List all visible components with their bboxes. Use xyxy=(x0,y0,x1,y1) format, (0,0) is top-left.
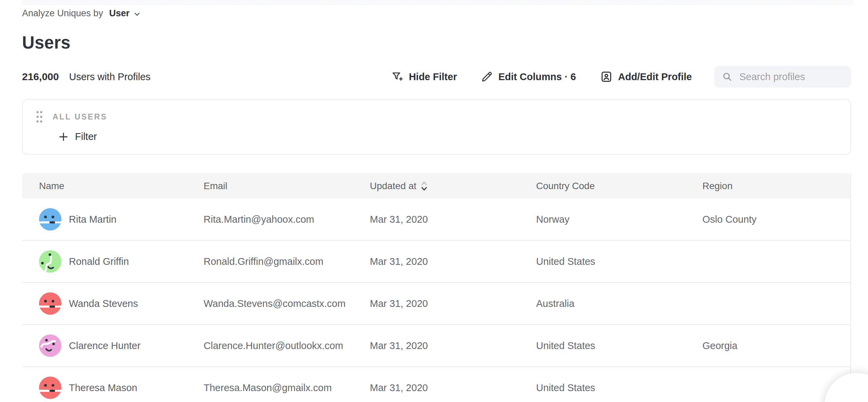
table-row[interactable]: Wanda Stevens Wanda.Stevens@comcastx.com… xyxy=(22,283,850,325)
filter-group-header: ALL USERS xyxy=(35,110,850,124)
updated-at-cell: Mar 31, 2020 xyxy=(370,340,536,351)
search-box xyxy=(714,66,851,88)
region-cell: Georgia xyxy=(702,340,850,351)
search-profiles-input[interactable] xyxy=(739,71,848,83)
country-code-cell: Australia xyxy=(536,298,702,309)
hide-filter-button[interactable]: Hide Filter xyxy=(391,71,457,83)
country-code-cell: United States xyxy=(536,382,702,394)
column-header-name[interactable]: Name xyxy=(39,181,204,191)
user-avatar xyxy=(39,250,61,273)
drag-handle-icon[interactable] xyxy=(35,110,44,124)
name-cell: Rita Martin xyxy=(39,208,204,231)
updated-at-cell: Mar 31, 2020 xyxy=(370,298,536,309)
user-avatar xyxy=(39,208,61,231)
table-row[interactable]: Rita Martin Rita.Martin@yahoox.com Mar 3… xyxy=(22,199,850,241)
sort-icon xyxy=(420,180,428,192)
updated-at-cell: Mar 31, 2020 xyxy=(370,382,536,394)
column-header-updated-at[interactable]: Updated at xyxy=(370,180,536,192)
profiles-count: 216,000 xyxy=(22,71,59,83)
country-code-cell: United States xyxy=(536,256,702,267)
user-avatar xyxy=(39,292,61,315)
profile-badge-icon xyxy=(600,70,613,83)
filter-plus-icon xyxy=(391,71,403,83)
name-cell: Wanda Stevens xyxy=(39,292,204,315)
main-content: Analyze Uniques by User Users 216,000 Us… xyxy=(22,0,851,402)
user-name: Ronald Griffin xyxy=(69,256,129,267)
email-cell: Ronald.Griffin@gmailx.com xyxy=(204,256,370,267)
email-cell: Wanda.Stevens@comcastx.com xyxy=(204,298,370,309)
email-cell: Rita.Martin@yahoox.com xyxy=(204,214,370,225)
user-name: Clarence Hunter xyxy=(69,340,140,351)
profiles-table: Name Email Updated at Country Code Regio… xyxy=(22,173,851,402)
search-icon xyxy=(722,71,733,82)
add-edit-profile-label: Add/Edit Profile xyxy=(618,71,692,83)
add-filter-label: Filter xyxy=(75,131,97,142)
region-cell: Oslo County xyxy=(702,214,850,225)
stats-toolbar-row: 216,000 Users with Profiles Hide Filter … xyxy=(22,65,851,89)
user-avatar xyxy=(39,377,61,399)
add-filter-button[interactable]: Filter xyxy=(58,131,97,142)
edit-columns-label: Edit Columns · 6 xyxy=(498,71,576,83)
table-body: Rita Martin Rita.Martin@yahoox.com Mar 3… xyxy=(22,199,850,402)
column-header-country-code[interactable]: Country Code xyxy=(536,181,702,191)
updated-at-cell: Mar 31, 2020 xyxy=(370,256,536,267)
analyze-by-dropdown[interactable]: User xyxy=(109,8,141,19)
user-name: Theresa Mason xyxy=(69,382,137,394)
name-cell: Ronald Griffin xyxy=(39,250,204,273)
table-row[interactable]: Clarence Hunter Clarence.Hunter@outlookx… xyxy=(22,325,850,367)
table-header: Name Email Updated at Country Code Regio… xyxy=(22,173,850,199)
plus-icon xyxy=(58,131,69,142)
edit-columns-button[interactable]: Edit Columns · 6 xyxy=(481,71,576,83)
user-name: Rita Martin xyxy=(69,214,116,225)
updated-at-cell: Mar 31, 2020 xyxy=(370,214,536,225)
table-row[interactable]: Ronald Griffin Ronald.Griffin@gmailx.com… xyxy=(22,241,850,283)
analyze-uniques-row: Analyze Uniques by User xyxy=(22,8,141,19)
page-title: Users xyxy=(22,33,71,53)
add-edit-profile-button[interactable]: Add/Edit Profile xyxy=(600,70,692,83)
country-code-cell: Norway xyxy=(536,214,702,225)
profiles-count-label: Users with Profiles xyxy=(69,71,150,83)
name-cell: Theresa Mason xyxy=(39,377,204,399)
column-header-region[interactable]: Region xyxy=(702,181,850,191)
filter-panel: ALL USERS Filter xyxy=(22,99,851,155)
user-name: Wanda Stevens xyxy=(69,298,138,309)
pencil-icon xyxy=(481,71,493,83)
column-header-email[interactable]: Email xyxy=(204,181,370,191)
analyze-by-value: User xyxy=(109,8,130,19)
email-cell: Clarence.Hunter@outlookx.com xyxy=(204,340,370,351)
table-row[interactable]: Theresa Mason Theresa.Mason@gmailx.com M… xyxy=(22,367,850,402)
chevron-down-icon xyxy=(133,10,141,18)
email-cell: Theresa.Mason@gmailx.com xyxy=(204,382,370,394)
country-code-cell: United States xyxy=(536,340,702,351)
user-avatar xyxy=(39,334,61,357)
name-cell: Clarence Hunter xyxy=(39,334,204,357)
filter-group-label: ALL USERS xyxy=(53,112,107,122)
toolbar: Hide Filter Edit Columns · 6 Add/Edit Pr… xyxy=(391,66,851,88)
hide-filter-label: Hide Filter xyxy=(409,71,457,83)
analyze-uniques-label: Analyze Uniques by xyxy=(22,8,103,19)
